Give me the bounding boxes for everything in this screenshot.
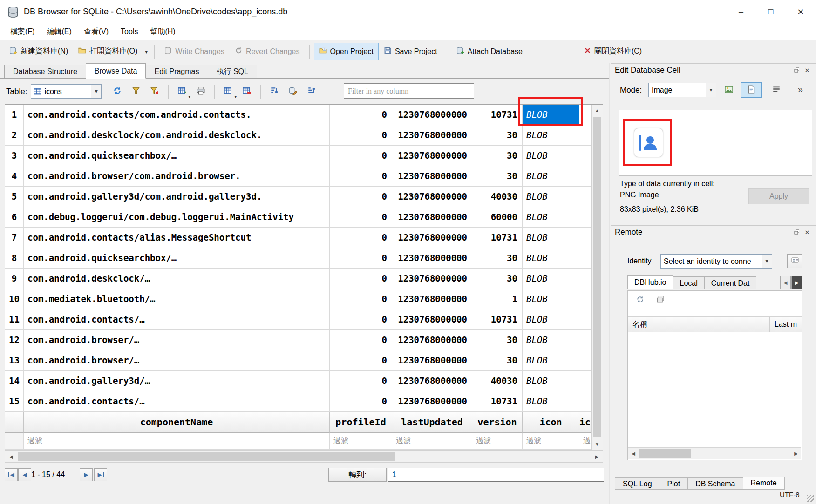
- import-image-button[interactable]: [721, 82, 737, 98]
- column-header-ic[interactable]: ic: [579, 412, 591, 433]
- cell-componentName[interactable]: com.android.quicksearchbox/…: [24, 248, 330, 269]
- cell-profileId[interactable]: 0: [330, 146, 392, 166]
- column-header-version[interactable]: version: [472, 412, 523, 433]
- column-filter-input[interactable]: 過濾: [24, 433, 330, 450]
- cell-version[interactable]: 10731: [472, 309, 523, 330]
- open-database-dropdown[interactable]: ▾: [143, 45, 150, 58]
- row-number[interactable]: 11: [5, 309, 24, 330]
- clear-filter-button[interactable]: [145, 83, 164, 101]
- column-filter-input[interactable]: 過濾: [392, 433, 472, 450]
- open-database-button[interactable]: 打開資料庫(O): [73, 43, 143, 60]
- cell-icon[interactable]: BLOB: [523, 228, 579, 248]
- cell-version[interactable]: 10731: [472, 391, 523, 412]
- cell-trailing[interactable]: [579, 125, 591, 146]
- cell-componentName[interactable]: com.android.contacts/…: [24, 391, 330, 412]
- pane-splitter[interactable]: [609, 63, 610, 504]
- cell-profileId[interactable]: 0: [330, 309, 392, 330]
- cell-componentName[interactable]: com.android.browser/…: [24, 330, 330, 350]
- cell-componentName[interactable]: com.android.gallery3d/…: [24, 371, 330, 391]
- cell-profileId[interactable]: 0: [330, 371, 392, 391]
- cell-profileId[interactable]: 0: [330, 330, 392, 350]
- column-header-last-modified[interactable]: Last m: [770, 317, 802, 332]
- cell-icon[interactable]: BLOB: [523, 391, 579, 412]
- column-filter-input[interactable]: 過濾: [472, 433, 523, 450]
- open-project-button[interactable]: Open Project: [314, 43, 379, 60]
- close-database-button[interactable]: 關閉資料庫(C): [579, 43, 647, 60]
- close-dock-icon[interactable]: ✕: [802, 65, 812, 75]
- tabs-scroll-left-button[interactable]: ◀: [780, 276, 791, 289]
- last-record-button[interactable]: ▶: [94, 468, 107, 481]
- cell-version[interactable]: 30: [472, 146, 523, 166]
- row-number[interactable]: 10: [5, 289, 24, 309]
- float-dock-icon[interactable]: [792, 227, 802, 237]
- cell-lastUpdated[interactable]: 1230768000000: [392, 187, 472, 207]
- cell-trailing[interactable]: [579, 248, 591, 269]
- cell-componentName[interactable]: com.android.gallery3d/com.android.galler…: [24, 187, 330, 207]
- column-header-profileid[interactable]: profileId: [330, 412, 392, 433]
- cell-profileId[interactable]: 0: [330, 350, 392, 371]
- cell-icon[interactable]: BLOB: [523, 166, 579, 187]
- save-project-button[interactable]: Save Project: [379, 43, 442, 60]
- refresh-button[interactable]: [108, 83, 127, 101]
- cell-lastUpdated[interactable]: 1230768000000: [392, 391, 472, 412]
- goto-button[interactable]: 轉到:: [328, 468, 387, 482]
- word-wrap-button[interactable]: [768, 82, 785, 98]
- cell-lastUpdated[interactable]: 1230768000000: [392, 269, 472, 289]
- edit-database-cell-button[interactable]: [284, 83, 302, 101]
- close-dock-icon[interactable]: ✕: [802, 227, 812, 237]
- first-record-button[interactable]: ◀: [5, 468, 18, 481]
- scroll-right-icon[interactable]: ▶: [591, 451, 603, 462]
- row-number[interactable]: 15: [5, 391, 24, 412]
- cell-icon[interactable]: BLOB: [523, 146, 579, 166]
- cell-version[interactable]: 30: [472, 248, 523, 269]
- cell-trailing[interactable]: [579, 350, 591, 371]
- menu-item-e[interactable]: 編輯(E): [41, 25, 77, 39]
- remote-tab-local[interactable]: Local: [673, 276, 704, 289]
- menu-item-v[interactable]: 查看(V): [78, 25, 115, 39]
- cell-icon[interactable]: BLOB: [523, 125, 579, 146]
- cell-trailing[interactable]: [579, 391, 591, 412]
- cell-trailing[interactable]: [579, 146, 591, 166]
- remote-refresh-button[interactable]: [634, 295, 646, 306]
- delete-record-button[interactable]: [238, 83, 256, 101]
- cell-componentName[interactable]: com.android.deskclock/…: [24, 269, 330, 289]
- row-number[interactable]: 14: [5, 371, 24, 391]
- cell-lastUpdated[interactable]: 1230768000000: [392, 228, 472, 248]
- dock-tab-remote[interactable]: Remote: [743, 477, 785, 490]
- dock-tab-plot[interactable]: Plot: [660, 477, 688, 490]
- float-dock-icon[interactable]: [792, 65, 802, 75]
- tab-sql[interactable]: 執行 SQL: [208, 65, 257, 78]
- cell-profileId[interactable]: 0: [330, 289, 392, 309]
- cell-componentName[interactable]: com.android.quicksearchbox/…: [24, 146, 330, 166]
- cell-lastUpdated[interactable]: 1230768000000: [392, 105, 472, 125]
- cell-componentName[interactable]: com.android.deskclock/com.android.deskcl…: [24, 125, 330, 146]
- cell-componentName[interactable]: com.android.contacts/alias.MessageShortc…: [24, 228, 330, 248]
- row-number[interactable]: 5: [5, 187, 24, 207]
- column-header-componentname[interactable]: componentName: [24, 412, 330, 433]
- remote-horizontal-scrollbar[interactable]: ◀ ▶: [628, 447, 801, 459]
- cell-trailing[interactable]: [579, 228, 591, 248]
- cell-version[interactable]: 30: [472, 350, 523, 371]
- cell-icon[interactable]: BLOB: [523, 248, 579, 269]
- cell-version[interactable]: 30: [472, 330, 523, 350]
- cell-trailing[interactable]: [579, 269, 591, 289]
- remote-tab-dbhub-io[interactable]: DBHub.io: [627, 275, 673, 289]
- menu-item-tools[interactable]: Tools: [115, 25, 144, 38]
- close-button[interactable]: ✕: [786, 0, 816, 23]
- scroll-right-icon[interactable]: ▶: [791, 448, 801, 459]
- cell-profileId[interactable]: 0: [330, 391, 392, 412]
- cell-version[interactable]: 30: [472, 166, 523, 187]
- column-filter-input[interactable]: 過濾: [579, 433, 591, 450]
- cell-trailing[interactable]: [579, 105, 591, 125]
- apply-button[interactable]: Apply: [748, 188, 809, 204]
- row-number[interactable]: 8: [5, 248, 24, 269]
- cell-version[interactable]: 10731: [472, 228, 523, 248]
- cell-profileId[interactable]: 0: [330, 166, 392, 187]
- cell-icon[interactable]: BLOB: [523, 289, 579, 309]
- row-number[interactable]: 3: [5, 146, 24, 166]
- sort-ascending-button[interactable]: [265, 83, 284, 101]
- tab-database-structure[interactable]: Database Structure: [4, 65, 86, 78]
- row-number[interactable]: 1: [5, 105, 24, 125]
- row-number[interactable]: 7: [5, 228, 24, 248]
- save-filter-button[interactable]: [127, 83, 145, 101]
